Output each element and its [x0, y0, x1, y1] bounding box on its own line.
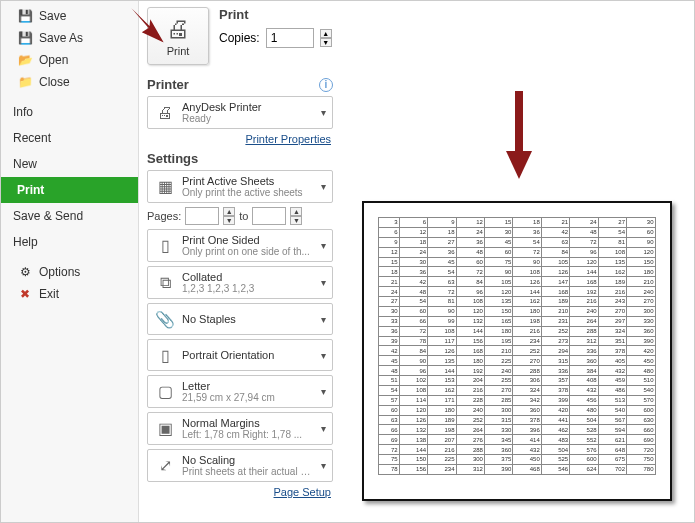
sidebar-item-exit[interactable]: ✖ Exit [1, 283, 138, 305]
options-icon: ⚙ [17, 264, 33, 280]
portrait-icon: ▯ [154, 344, 176, 366]
copies-input[interactable] [266, 28, 314, 48]
printer-icon: 🖨 [166, 15, 190, 43]
pages-to-input[interactable] [252, 207, 286, 225]
printer-status: Ready [182, 113, 313, 124]
printer-section-title: Printer [147, 77, 189, 92]
printer-properties-link[interactable]: Printer Properties [147, 133, 331, 145]
backstage-sidebar: 💾 Save 💾 Save As 📂 Open 📁 Close Info Rec… [1, 1, 139, 522]
preview-table: 3691215182124273061218243036424854609182… [378, 217, 656, 475]
margins-icon: ▣ [154, 418, 176, 440]
page-preview: 3691215182124273061218243036424854609182… [362, 201, 672, 501]
sidebar-item-label: Print [17, 183, 44, 197]
chevron-down-icon: ▾ [319, 314, 328, 325]
pages-range-row: Pages: ▲▼ to ▲▼ [147, 207, 333, 225]
page-setup-link[interactable]: Page Setup [147, 486, 331, 498]
print-title: Print [219, 7, 333, 22]
copies-spin-down[interactable]: ▼ [320, 38, 332, 47]
print-button[interactable]: 🖨 Print [147, 7, 209, 65]
save-icon: 💾 [17, 8, 33, 24]
sidebar-item-label: Info [13, 105, 33, 119]
printer-dropdown[interactable]: 🖨 AnyDesk Printer Ready ▾ [147, 96, 333, 129]
sidebar-item-label: Exit [39, 287, 59, 301]
sidebar-item-label: Open [39, 53, 68, 67]
printer-name: AnyDesk Printer [182, 101, 313, 113]
exit-icon: ✖ [17, 286, 33, 302]
pages-label: Pages: [147, 210, 181, 222]
sidebar-item-options[interactable]: ⚙ Options [1, 261, 138, 283]
copies-spin-up[interactable]: ▲ [320, 29, 332, 38]
paper-icon: ▢ [154, 381, 176, 403]
sidebar-item-label: Close [39, 75, 70, 89]
sidebar-item-open[interactable]: 📂 Open [1, 49, 138, 71]
copies-label: Copies: [219, 31, 260, 45]
sidebar-item-save-as[interactable]: 💾 Save As [1, 27, 138, 49]
open-icon: 📂 [17, 52, 33, 68]
chevron-down-icon: ▾ [319, 181, 328, 192]
sidebar-item-save[interactable]: 💾 Save [1, 5, 138, 27]
sidebar-item-label: New [13, 157, 37, 171]
sidebar-item-save-send[interactable]: Save & Send [1, 203, 138, 229]
orientation-dropdown[interactable]: ▯ Portrait Orientation ▾ [147, 339, 333, 371]
scaling-icon: ⤢ [154, 455, 176, 477]
chevron-down-icon: ▾ [319, 386, 328, 397]
sidebar-item-new[interactable]: New [1, 151, 138, 177]
collated-dropdown[interactable]: ⧉ Collated 1,2,3 1,2,3 1,2,3 ▾ [147, 266, 333, 299]
stapler-icon: 📎 [154, 308, 176, 330]
sidebar-item-label: Options [39, 265, 80, 279]
chevron-down-icon: ▾ [319, 240, 328, 251]
chevron-down-icon: ▾ [319, 350, 328, 361]
sidebar-item-label: Save & Send [13, 209, 83, 223]
sidebar-item-close[interactable]: 📁 Close [1, 71, 138, 93]
sides-dropdown[interactable]: ▯ Print One Sided Only print on one side… [147, 229, 333, 262]
sidebar-item-label: Recent [13, 131, 51, 145]
pages-to-label: to [239, 210, 248, 222]
paper-dropdown[interactable]: ▢ Letter 21,59 cm x 27,94 cm ▾ [147, 375, 333, 408]
sidebar-item-label: Save As [39, 31, 83, 45]
sidebar-item-info[interactable]: Info [1, 99, 138, 125]
print-button-label: Print [167, 45, 190, 57]
printer-info-icon[interactable]: i [319, 78, 333, 92]
print-settings-panel: 🖨 Print Print Copies: ▲ ▼ Printer i 🖨 [139, 1, 339, 522]
chevron-down-icon: ▾ [319, 277, 328, 288]
staples-dropdown[interactable]: 📎 No Staples ▾ [147, 303, 333, 335]
scaling-dropdown[interactable]: ⤢ No Scaling Print sheets at their actua… [147, 449, 333, 482]
one-sided-icon: ▯ [154, 235, 176, 257]
sidebar-item-recent[interactable]: Recent [1, 125, 138, 151]
sidebar-item-label: Help [13, 235, 38, 249]
settings-section-title: Settings [147, 151, 198, 166]
save-as-icon: 💾 [17, 30, 33, 46]
chevron-down-icon: ▾ [319, 107, 328, 118]
collated-icon: ⧉ [154, 272, 176, 294]
sidebar-item-label: Save [39, 9, 66, 23]
chevron-down-icon: ▾ [319, 423, 328, 434]
pages-from-input[interactable] [185, 207, 219, 225]
print-what-dropdown[interactable]: ▦ Print Active Sheets Only print the act… [147, 170, 333, 203]
sidebar-item-help[interactable]: Help [1, 229, 138, 255]
print-preview-area: 3691215182124273061218243036424854609182… [339, 1, 694, 522]
chevron-down-icon: ▾ [319, 460, 328, 471]
sheets-icon: ▦ [154, 176, 176, 198]
margins-dropdown[interactable]: ▣ Normal Margins Left: 1,78 cm Right: 1,… [147, 412, 333, 445]
close-icon: 📁 [17, 74, 33, 90]
sidebar-item-print[interactable]: Print [1, 177, 138, 203]
printer-ready-icon: 🖨 [154, 102, 176, 124]
